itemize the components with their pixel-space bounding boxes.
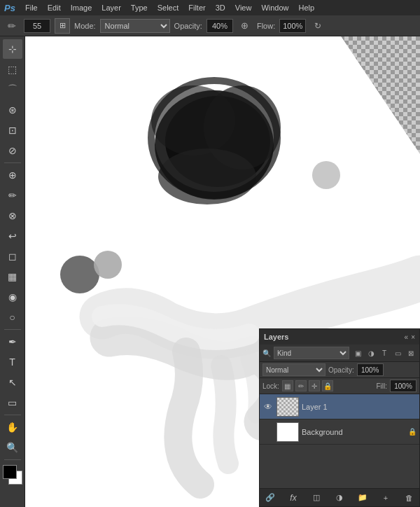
layers-list: 👁 Layer 1 Background 🔒 bbox=[260, 394, 419, 488]
filter-type-icon[interactable]: T bbox=[379, 347, 390, 359]
layers-menu-btn[interactable]: × bbox=[411, 333, 415, 341]
fill-input[interactable] bbox=[390, 380, 416, 392]
history-brush-tool[interactable]: ↩ bbox=[3, 226, 22, 246]
menu-type[interactable]: Type bbox=[127, 2, 152, 13]
layer-fx-icon[interactable]: fx bbox=[287, 492, 300, 504]
menu-layer[interactable]: Layer bbox=[97, 2, 125, 13]
tool-divider-1 bbox=[4, 162, 21, 163]
clone-stamp-tool[interactable]: ⊗ bbox=[3, 206, 22, 225]
shape-tool[interactable]: ▭ bbox=[3, 393, 22, 412]
foreground-background-colors[interactable] bbox=[3, 465, 22, 485]
mode-select[interactable]: Normal Multiply Screen Overlay bbox=[100, 19, 170, 33]
mode-label: Mode: bbox=[74, 22, 96, 30]
options-bar: ✏ ⊞ Mode: Normal Multiply Screen Overlay… bbox=[0, 15, 420, 36]
tool-divider-2 bbox=[4, 329, 21, 330]
brush-tool[interactable]: ✏ bbox=[3, 186, 22, 205]
layer-link-icon[interactable]: 🔗 bbox=[264, 492, 276, 504]
eyedropper-tool[interactable]: ⊘ bbox=[3, 141, 22, 160]
menu-filter[interactable]: Filter bbox=[184, 2, 209, 13]
pen-tool[interactable]: ✒ bbox=[3, 332, 22, 352]
menu-view[interactable]: View bbox=[231, 2, 256, 13]
layers-kind-select[interactable]: Kind Name Effect bbox=[274, 347, 349, 359]
layer-new-icon[interactable]: + bbox=[379, 492, 392, 504]
zoom-tool[interactable]: 🔍 bbox=[3, 438, 22, 457]
menu-bar: Ps File Edit Image Layer Type Select Fil… bbox=[0, 0, 420, 15]
spot-heal-tool[interactable]: ⊕ bbox=[3, 165, 22, 185]
layers-blend-row: Normal Multiply Screen Opacity: bbox=[260, 362, 419, 378]
canvas-area[interactable]: Layers « × 🔍 Kind Name Effect ▣ ◑ T ▭ bbox=[25, 36, 420, 507]
brush-angle-icon[interactable]: ↻ bbox=[310, 18, 326, 34]
layers-footer: 🔗 fx ◫ ◑ 📁 + 🗑 bbox=[260, 488, 419, 506]
filter-adjust-icon[interactable]: ◑ bbox=[365, 347, 377, 359]
tool-divider-4 bbox=[4, 459, 21, 460]
hand-tool[interactable]: ✋ bbox=[3, 417, 22, 437]
brush-preset-picker-icon[interactable]: ✏ bbox=[4, 18, 20, 34]
layer-locked-icon: 🔒 bbox=[408, 428, 416, 436]
gradient-tool[interactable]: ▦ bbox=[3, 267, 22, 286]
menu-edit[interactable]: Edit bbox=[43, 2, 65, 13]
app-logo: Ps bbox=[3, 1, 17, 15]
lock-transparent-icon[interactable]: ▦ bbox=[282, 380, 293, 391]
menu-3d[interactable]: 3D bbox=[211, 2, 230, 13]
lock-icons: ▦ ✏ ✛ 🔒 bbox=[282, 380, 333, 391]
layers-panel: Layers « × 🔍 Kind Name Effect ▣ ◑ T ▭ bbox=[259, 328, 420, 507]
menu-image[interactable]: Image bbox=[66, 2, 97, 13]
menu-select[interactable]: Select bbox=[153, 2, 183, 13]
layer-thumbnail bbox=[276, 422, 299, 442]
layer-row[interactable]: Background 🔒 bbox=[260, 419, 419, 445]
layers-lock-row: Lock: ▦ ✏ ✛ 🔒 Fill: bbox=[260, 378, 419, 394]
opacity-input[interactable] bbox=[206, 19, 233, 33]
layers-blend-mode-select[interactable]: Normal Multiply Screen bbox=[262, 363, 326, 376]
flow-input[interactable] bbox=[279, 19, 306, 33]
tool-divider-3 bbox=[4, 415, 21, 415]
filter-smart-icon[interactable]: ⊠ bbox=[405, 347, 416, 359]
path-select-tool[interactable]: ↖ bbox=[3, 373, 22, 392]
layer-adjustment-icon[interactable]: ◑ bbox=[333, 492, 346, 504]
fill-label: Fill: bbox=[376, 382, 387, 390]
menu-window[interactable]: Window bbox=[257, 2, 293, 13]
brush-size-input[interactable] bbox=[24, 19, 50, 33]
foreground-color-swatch[interactable] bbox=[3, 465, 17, 479]
filter-shape-icon[interactable]: ▭ bbox=[392, 347, 403, 359]
layers-panel-title: Layers bbox=[264, 333, 288, 341]
magic-wand-tool[interactable]: ⊛ bbox=[3, 100, 22, 120]
brush-settings-icon[interactable]: ⊞ bbox=[55, 18, 70, 34]
layer-thumb-checker bbox=[277, 398, 298, 416]
move-tool[interactable]: ⊹ bbox=[3, 39, 22, 59]
lock-label: Lock: bbox=[262, 382, 279, 390]
layers-opacity-input[interactable] bbox=[357, 363, 384, 376]
airbrush-icon[interactable]: ⊕ bbox=[237, 18, 253, 34]
main-area: ⊹ ⬚ ⌒ ⊛ ⊡ ⊘ ⊕ ✏ ⊗ ↩ ◻ ▦ ◉ ○ ✒ T ↖ ▭ ✋ 🔍 bbox=[0, 36, 420, 507]
lock-image-icon[interactable]: ✏ bbox=[295, 380, 307, 391]
marquee-tool[interactable]: ⬚ bbox=[3, 60, 22, 79]
layers-filter-icons: ▣ ◑ T ▭ ⊠ bbox=[352, 347, 416, 359]
text-tool[interactable]: T bbox=[3, 352, 22, 372]
crop-tool[interactable]: ⊡ bbox=[3, 120, 22, 140]
lock-position-icon[interactable]: ✛ bbox=[309, 380, 320, 391]
menu-file[interactable]: File bbox=[21, 2, 42, 13]
lasso-tool[interactable]: ⌒ bbox=[3, 80, 22, 99]
layers-panel-controls: « × bbox=[405, 333, 415, 341]
layer-group-icon[interactable]: 📁 bbox=[356, 492, 369, 504]
tools-panel: ⊹ ⬚ ⌒ ⊛ ⊡ ⊘ ⊕ ✏ ⊗ ↩ ◻ ▦ ◉ ○ ✒ T ↖ ▭ ✋ 🔍 bbox=[0, 36, 25, 507]
layer-visibility-toggle[interactable] bbox=[262, 426, 274, 438]
layer-delete-icon[interactable]: 🗑 bbox=[402, 492, 415, 504]
layer-thumbnail bbox=[276, 397, 299, 417]
lock-all-icon[interactable]: 🔒 bbox=[322, 380, 333, 391]
layer-mask-icon[interactable]: ◫ bbox=[310, 492, 323, 504]
layer-name: Background bbox=[302, 428, 405, 436]
eraser-tool[interactable]: ◻ bbox=[3, 246, 22, 266]
layer-name: Layer 1 bbox=[302, 403, 416, 411]
dodge-tool[interactable]: ○ bbox=[3, 307, 22, 327]
filter-pixel-icon[interactable]: ▣ bbox=[352, 347, 363, 359]
layer-row[interactable]: 👁 Layer 1 bbox=[260, 394, 419, 419]
layers-panel-header: Layers « × bbox=[260, 329, 419, 345]
blur-tool[interactable]: ◉ bbox=[3, 287, 22, 307]
layers-search-icon: 🔍 bbox=[262, 349, 271, 357]
menu-help[interactable]: Help bbox=[295, 2, 319, 13]
layers-opacity-label: Opacity: bbox=[328, 366, 354, 374]
layers-filter-row: 🔍 Kind Name Effect ▣ ◑ T ▭ ⊠ bbox=[260, 345, 419, 362]
layer-visibility-toggle[interactable]: 👁 bbox=[262, 401, 274, 412]
layers-collapse-btn[interactable]: « bbox=[405, 333, 409, 341]
flow-label: Flow: bbox=[257, 22, 275, 30]
